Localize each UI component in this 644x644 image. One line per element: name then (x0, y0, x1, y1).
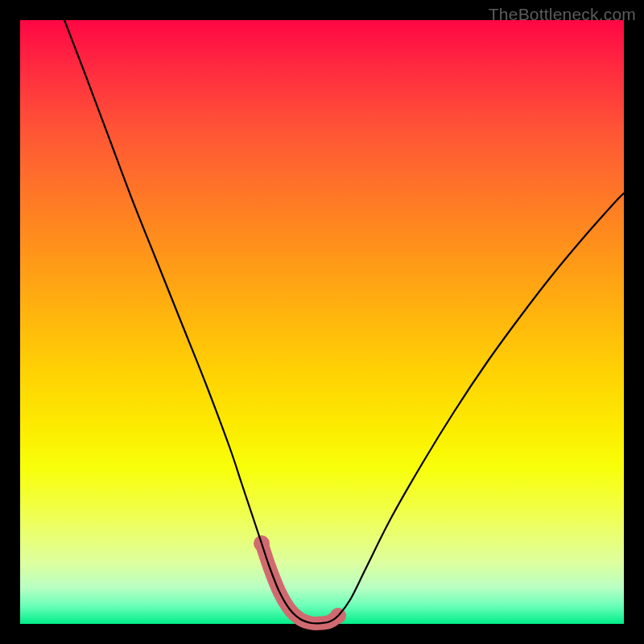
watermark-text: TheBottleneck.com (489, 5, 636, 24)
bottleneck-line-chart (20, 20, 624, 624)
bottleneck-curve-line (64, 20, 624, 623)
valley-highlight-segment (262, 543, 338, 623)
chart-frame: TheBottleneck.com (0, 0, 644, 644)
